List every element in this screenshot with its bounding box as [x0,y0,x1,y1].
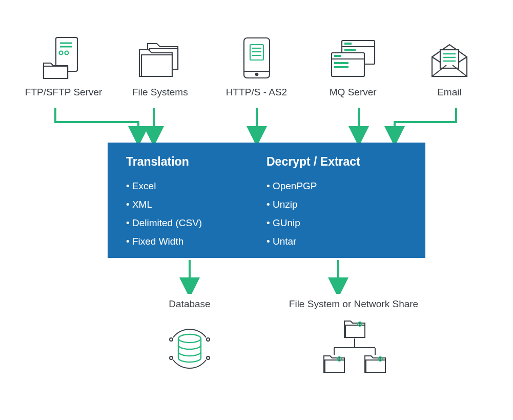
network-folders-icon [272,318,436,385]
database-icon [138,318,241,385]
translation-item: Fixed Width [126,232,266,251]
translation-item: XML [126,195,266,214]
source-mq: MQ Server [305,38,401,98]
source-filesystems-label: File Systems [132,87,188,98]
svg-rect-20 [334,66,348,68]
outputs-row: Database File System or Network Share [0,298,513,310]
translation-column: Translation Excel XML Delimited (CSV) Fi… [126,155,266,248]
svg-rect-21 [440,50,459,68]
svg-rect-19 [334,62,348,64]
svg-point-27 [170,356,173,359]
bottom-arrows [0,258,513,294]
svg-point-7 [255,73,257,75]
decrypt-list: OpenPGP Unzip GUnip Untar [266,177,407,251]
translation-item: Delimited (CSV) [126,214,266,232]
server-folder-icon [40,38,87,79]
tablet-icon [240,38,274,79]
decrypt-title: Decrypt / Extract [266,155,407,169]
decrypt-column: Decrypt / Extract OpenPGP Unzip GUnip Un… [266,155,407,248]
windows-icon [327,38,379,79]
translation-list: Excel XML Delimited (CSV) Fixed Width [126,177,266,251]
decrypt-item: Untar [266,232,407,251]
email-icon [429,38,470,79]
translation-title: Translation [126,155,266,169]
svg-rect-14 [344,43,352,45]
output-database-label: Database [138,298,241,310]
svg-point-31 [359,324,361,325]
source-http-label: HTTP/S - AS2 [226,87,287,98]
svg-rect-15 [344,49,356,51]
translation-item: Excel [126,177,266,195]
svg-point-3 [59,51,63,55]
source-email-label: Email [437,87,462,98]
center-process-box: Translation Excel XML Delimited (CSV) Fi… [108,143,425,258]
sources-row: FTP/SFTP Server File Systems [0,38,513,98]
svg-point-28 [207,356,210,359]
svg-point-29 [178,334,201,343]
source-ftp-label: FTP/SFTP Server [25,87,102,98]
decrypt-item: OpenPGP [266,177,407,195]
svg-point-26 [207,338,210,341]
svg-rect-5 [244,38,270,78]
source-email: Email [401,38,498,98]
svg-rect-18 [334,55,341,57]
decrypt-item: Unzip [266,195,407,214]
svg-point-39 [380,358,381,360]
source-mq-label: MQ Server [330,87,377,98]
svg-point-25 [170,338,173,341]
outputs-icons [0,318,513,385]
source-filesystems: File Systems [112,38,208,98]
top-arrows [0,107,513,143]
svg-point-4 [65,51,69,55]
source-ftp: FTP/SFTP Server [15,38,112,98]
svg-point-37 [339,358,340,360]
folders-icon [134,38,186,79]
decrypt-item: GUnip [266,214,407,232]
output-fileshare-label: File System or Network Share [272,298,436,310]
source-http: HTTP/S - AS2 [208,38,304,98]
